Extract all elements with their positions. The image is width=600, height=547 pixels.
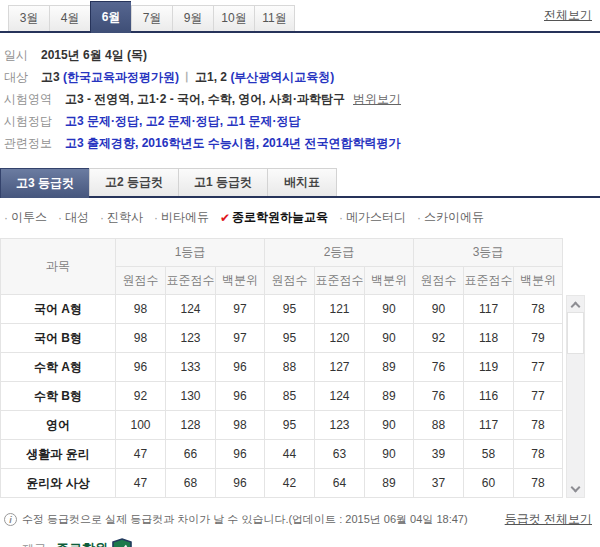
month-tabs: 3월 4월 6월 7월 9월 10월 xyxy=(8,1,295,31)
col-header-raw: 원점수 xyxy=(116,267,166,295)
grade-tab[interactable]: 고3 등급컷 xyxy=(0,168,89,198)
view-all-link[interactable]: 전체보기 xyxy=(544,7,592,24)
info-list: 일시 2015년 6월 4일 (목) 대상 고3 (한국교육과정평가원)ㅣ고1,… xyxy=(0,33,600,166)
info-link[interactable]: 고3 문제·정답 xyxy=(65,114,139,128)
provider-item[interactable]: · ✔ 비타에듀 xyxy=(154,209,209,226)
value-cell: 90 xyxy=(365,411,414,440)
value-cell: 116 xyxy=(464,382,514,411)
info-link[interactable]: 2016학년도 수능시험 xyxy=(142,136,256,150)
info-label: 대상 xyxy=(4,66,28,88)
col-header-raw: 원점수 xyxy=(265,267,315,295)
chevron-down-icon xyxy=(571,482,581,492)
scroll-down-button[interactable] xyxy=(567,481,584,497)
grade-tab[interactable]: 배치표 xyxy=(267,168,337,196)
value-cell: 64 xyxy=(315,469,365,498)
provider-item[interactable]: · ✔ 이투스 xyxy=(4,209,47,226)
info-link[interactable]: 고1 문제·정답 xyxy=(226,114,300,128)
grade-table-body: 국어 A형 98 124 97 95 121 90 90 117 78 국어 B… xyxy=(1,295,563,498)
value-cell: 97 xyxy=(216,295,265,324)
provider-item[interactable]: · ✔ 대성 xyxy=(58,209,89,226)
value-cell: 90 xyxy=(365,440,414,469)
month-tab[interactable]: 6월 xyxy=(90,1,131,33)
col-header-subject: 과목 xyxy=(1,239,116,295)
month-tab[interactable]: 11월 xyxy=(254,5,295,31)
bullet-icon: · xyxy=(100,211,104,225)
provider-item[interactable]: · ✔ 스카이에듀 xyxy=(417,209,484,226)
subject-cell: 영어 xyxy=(1,411,116,440)
month-tab[interactable]: 9월 xyxy=(172,5,213,31)
value-cell: 117 xyxy=(464,411,514,440)
grade-tab[interactable]: 고2 등급컷 xyxy=(89,168,178,196)
value-cell: 78 xyxy=(514,411,563,440)
provider-item[interactable]: · ✔ 종로학원하늘교육 xyxy=(220,209,328,226)
info-text: , xyxy=(139,114,146,128)
month-tab-label: 9월 xyxy=(184,10,203,27)
value-cell: 117 xyxy=(464,295,514,324)
value-cell: 78 xyxy=(514,440,563,469)
table-row: 생활과 윤리 47 66 96 44 63 90 39 58 78 xyxy=(1,440,563,469)
page: 3월 4월 6월 7월 9월 10월 xyxy=(0,0,600,547)
scroll-up-button[interactable] xyxy=(567,296,584,312)
value-cell: 92 xyxy=(414,324,464,353)
grade-table-wrap: 과목 1등급 2등급 3등급 원점수 표준점수 백분위 원점수 표준점수 백분위… xyxy=(0,238,600,498)
value-cell: 90 xyxy=(365,295,414,324)
provider-item[interactable]: · ✔ 진학사 xyxy=(100,209,143,226)
info-text: 2015년 6월 4일 (목) xyxy=(41,48,147,62)
month-tab-label: 10월 xyxy=(221,10,246,27)
col-header-pct: 백분위 xyxy=(514,267,563,295)
info-link[interactable]: 고2 문제·정답 xyxy=(146,114,220,128)
info-value: 2015년 6월 4일 (목) xyxy=(41,44,147,66)
value-cell: 89 xyxy=(365,469,414,498)
month-tab[interactable]: 3월 xyxy=(8,5,49,31)
month-tab-bar: 3월 4월 6월 7월 9월 10월 xyxy=(0,0,600,33)
value-cell: 123 xyxy=(315,411,365,440)
table-row: 국어 A형 98 124 97 95 121 90 90 117 78 xyxy=(1,295,563,324)
value-cell: 77 xyxy=(514,353,563,382)
info-text: , xyxy=(135,136,142,150)
provider-item[interactable]: · ✔ 메가스터디 xyxy=(339,209,406,226)
info-link[interactable]: 범위보기 xyxy=(353,92,401,106)
table-row: 수학 B형 92 130 96 85 124 89 76 116 77 xyxy=(1,382,563,411)
grade-tab-label: 고3 등급컷 xyxy=(16,175,74,192)
provider-credit: 제공 종로학원 xyxy=(0,538,600,547)
month-tab[interactable]: 7월 xyxy=(131,5,172,31)
bullet-icon: · xyxy=(154,211,158,225)
info-value: 고3 문제·정답, 고2 문제·정답, 고1 문제·정답 xyxy=(65,110,300,132)
value-cell: 76 xyxy=(414,382,464,411)
provider-label: 메가스터디 xyxy=(346,209,406,226)
cutline-view-all-link[interactable]: 등급컷 전체보기 xyxy=(505,511,592,528)
footer-note-bar: i 수정 등급컷으로 실제 등급컷과 차이가 날 수 있습니다.(업데이트 : … xyxy=(0,511,600,528)
grade-tab-label: 고1 등급컷 xyxy=(194,174,252,191)
value-cell: 98 xyxy=(116,295,166,324)
value-cell: 124 xyxy=(166,295,216,324)
provider-label: 이투스 xyxy=(11,209,47,226)
info-link[interactable]: 2014년 전국연합학력평가 xyxy=(262,136,400,150)
info-link[interactable]: 고3 출제경향 xyxy=(65,136,135,150)
subject-cell: 생활과 윤리 xyxy=(1,440,116,469)
provider-label: 종로학원하늘교육 xyxy=(232,209,328,226)
value-cell: 96 xyxy=(116,353,166,382)
value-cell: 133 xyxy=(166,353,216,382)
value-cell: 88 xyxy=(265,353,315,382)
month-tab[interactable]: 10월 xyxy=(213,5,254,31)
value-cell: 90 xyxy=(414,295,464,324)
col-group-grade1: 1등급 xyxy=(116,239,265,267)
value-cell: 79 xyxy=(514,324,563,353)
value-cell: 78 xyxy=(514,469,563,498)
value-cell: 95 xyxy=(265,324,315,353)
month-tab[interactable]: 4월 xyxy=(49,5,90,31)
info-link[interactable]: (한국교육과정평가원) xyxy=(63,70,179,84)
grade-tab-label: 배치표 xyxy=(284,174,320,191)
scrollbar-thumb[interactable] xyxy=(567,312,584,354)
value-cell: 60 xyxy=(464,469,514,498)
value-cell: 47 xyxy=(116,469,166,498)
info-link[interactable]: (부산광역시교육청) xyxy=(230,70,334,84)
value-cell: 47 xyxy=(116,440,166,469)
grade-tab[interactable]: 고1 등급컷 xyxy=(178,168,267,196)
check-icon: ✔ xyxy=(220,211,230,225)
value-cell: 85 xyxy=(265,382,315,411)
table-scrollbar[interactable] xyxy=(566,295,585,498)
month-tab-label: 4월 xyxy=(61,10,80,27)
update-note: 수정 등급컷으로 실제 등급컷과 차이가 날 수 있습니다.(업데이트 : 20… xyxy=(22,512,468,527)
table-row: 국어 B형 98 123 97 95 120 90 92 118 79 xyxy=(1,324,563,353)
